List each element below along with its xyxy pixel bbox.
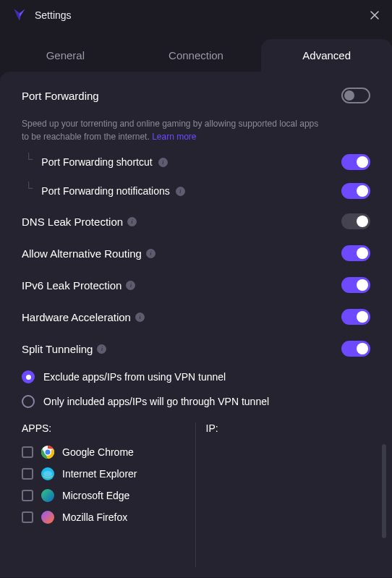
info-icon[interactable]: i	[126, 281, 135, 290]
window-title: Settings	[35, 9, 362, 21]
tab-general[interactable]: General	[0, 39, 131, 72]
app-checkbox[interactable]	[22, 490, 33, 501]
app-icon	[41, 488, 55, 503]
titlebar: Settings	[0, 0, 392, 27]
tab-advanced[interactable]: Advanced	[261, 39, 392, 72]
app-icon	[41, 467, 55, 481]
pf-notifications-toggle[interactable]	[341, 183, 370, 199]
pf-shortcut-toggle[interactable]	[341, 154, 370, 170]
app-name: Internet Explorer	[62, 468, 137, 480]
tabs: General Connection Advanced	[0, 39, 392, 72]
radio-icon	[22, 370, 35, 383]
info-icon[interactable]: i	[135, 313, 145, 322]
info-icon[interactable]: i	[127, 217, 137, 226]
port-forwarding-label: Port Forwarding	[22, 90, 99, 102]
split-mode-include[interactable]: Only included apps/IPs will go through V…	[22, 389, 370, 414]
svg-point-4	[43, 471, 52, 477]
ipv6-leak-label: IPv6 Leak Protection	[22, 279, 122, 292]
learn-more-link[interactable]: Learn more	[152, 132, 196, 142]
dns-leak-toggle[interactable]	[341, 213, 370, 229]
ip-header: IP:	[206, 422, 371, 434]
pf-notifications-label: Port Forwarding notifications	[41, 185, 169, 197]
port-forwarding-desc: Speed up your torrenting and online gami…	[22, 117, 325, 143]
ipv6-leak-toggle[interactable]	[341, 277, 370, 293]
split-mode-exclude[interactable]: Exclude apps/IPs from using VPN tunnel	[22, 365, 370, 389]
app-name: Google Chrome	[62, 446, 134, 458]
split-mode-include-label: Only included apps/IPs will go through V…	[43, 396, 269, 407]
svg-point-5	[41, 489, 54, 502]
info-icon[interactable]: i	[176, 187, 185, 196]
tree-elbow-icon: └	[25, 182, 33, 195]
split-mode-exclude-label: Exclude apps/IPs from using VPN tunnel	[43, 371, 226, 383]
info-icon[interactable]: i	[158, 158, 168, 167]
close-icon[interactable]	[369, 9, 380, 21]
app-row: Microsoft Edge	[22, 485, 187, 506]
app-icon	[41, 510, 55, 524]
hw-accel-toggle[interactable]	[341, 309, 370, 325]
hw-accel-label: Hardware Acceleration	[22, 311, 131, 323]
info-icon[interactable]: i	[97, 344, 106, 354]
apps-header: APPS:	[22, 422, 187, 434]
alt-routing-toggle[interactable]	[341, 245, 370, 261]
dns-leak-label: DNS Leak Protection	[22, 216, 123, 228]
info-icon[interactable]: i	[146, 249, 155, 258]
split-tunneling-toggle[interactable]	[341, 341, 370, 357]
scrollbar[interactable]	[382, 444, 386, 538]
app-row: Google Chrome	[22, 441, 187, 463]
tree-elbow-icon: └	[25, 153, 33, 166]
app-checkbox[interactable]	[22, 468, 33, 480]
split-tunneling-label: Split Tunneling	[22, 343, 93, 355]
app-name: Mozilla Firefox	[62, 511, 127, 523]
ip-column: IP:	[196, 422, 371, 567]
split-columns: APPS: Google ChromeInternet ExplorerMicr…	[22, 422, 370, 567]
app-checkbox[interactable]	[22, 446, 33, 458]
footer: Add App	[22, 571, 370, 577]
alt-routing-label: Allow Alternative Routing	[22, 247, 142, 260]
app-list: Google ChromeInternet ExplorerMicrosoft …	[22, 441, 187, 567]
app-icon	[41, 445, 55, 459]
svg-point-6	[41, 511, 54, 524]
app-row: Mozilla Firefox	[22, 506, 187, 528]
radio-icon	[22, 395, 35, 408]
apps-column: APPS: Google ChromeInternet ExplorerMicr…	[22, 422, 196, 567]
tab-connection[interactable]: Connection	[131, 39, 262, 72]
pf-shortcut-label: Port Forwarding shortcut	[41, 156, 152, 168]
app-logo-icon	[12, 7, 27, 23]
port-forwarding-toggle[interactable]	[341, 88, 370, 103]
app-checkbox[interactable]	[22, 511, 33, 523]
tab-content-advanced: Port Forwarding Speed up your torrenting…	[0, 72, 392, 577]
app-name: Microsoft Edge	[62, 490, 129, 501]
app-row: Internet Explorer	[22, 463, 187, 485]
